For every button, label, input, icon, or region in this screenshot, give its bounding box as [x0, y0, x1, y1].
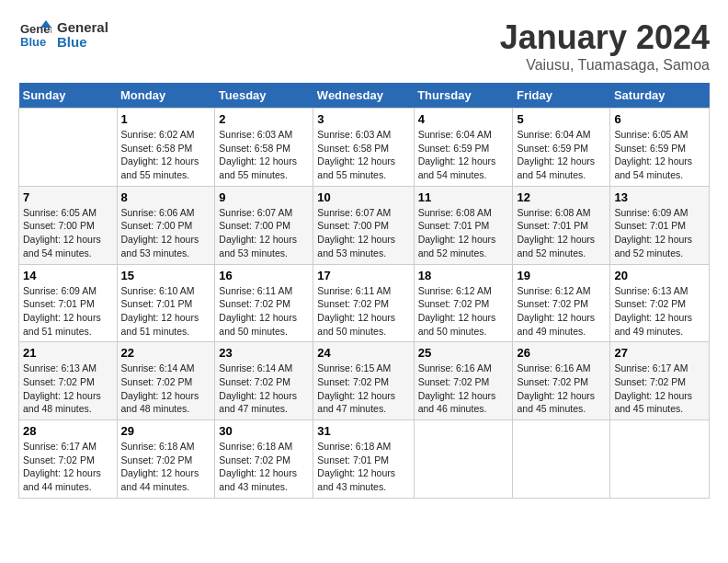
day-number: 28: [23, 424, 113, 438]
day-number: 10: [317, 190, 409, 204]
day-info: Sunrise: 6:09 AMSunset: 7:01 PMDaylight:…: [23, 285, 101, 337]
calendar-cell: 19Sunrise: 6:12 AMSunset: 7:02 PMDayligh…: [513, 264, 610, 342]
day-info: Sunrise: 6:18 AMSunset: 7:02 PMDaylight:…: [121, 441, 199, 492]
calendar-week-2: 7Sunrise: 6:05 AMSunset: 7:00 PMDaylight…: [19, 186, 710, 264]
calendar-cell: 1Sunrise: 6:02 AMSunset: 6:58 PMDaylight…: [117, 109, 215, 187]
calendar-cell: 6Sunrise: 6:05 AMSunset: 6:59 PMDaylight…: [610, 109, 710, 187]
day-number: 8: [121, 190, 211, 204]
calendar-cell: 2Sunrise: 6:03 AMSunset: 6:58 PMDaylight…: [215, 109, 313, 187]
day-number: 22: [121, 346, 211, 360]
day-info: Sunrise: 6:18 AMSunset: 7:02 PMDaylight:…: [219, 441, 297, 492]
calendar-cell: 13Sunrise: 6:09 AMSunset: 7:01 PMDayligh…: [610, 186, 710, 264]
calendar-cell: [19, 109, 118, 187]
day-number: 5: [517, 112, 606, 126]
calendar-week-1: 1Sunrise: 6:02 AMSunset: 6:58 PMDaylight…: [19, 109, 710, 187]
calendar-cell: 17Sunrise: 6:11 AMSunset: 7:02 PMDayligh…: [313, 264, 414, 342]
calendar-cell: 5Sunrise: 6:04 AMSunset: 6:59 PMDaylight…: [513, 109, 610, 187]
day-info: Sunrise: 6:13 AMSunset: 7:02 PMDaylight:…: [23, 362, 101, 414]
calendar-week-5: 28Sunrise: 6:17 AMSunset: 7:02 PMDayligh…: [19, 420, 710, 499]
day-info: Sunrise: 6:04 AMSunset: 6:59 PMDaylight:…: [418, 129, 496, 180]
dow-header-wednesday: Wednesday: [313, 83, 414, 109]
day-info: Sunrise: 6:05 AMSunset: 6:59 PMDaylight:…: [614, 129, 692, 180]
day-number: 21: [23, 346, 113, 360]
calendar-cell: 23Sunrise: 6:14 AMSunset: 7:02 PMDayligh…: [215, 342, 313, 420]
title-area: January 2024 Vaiusu, Tuamasaga, Samoa: [500, 18, 710, 74]
day-number: 23: [219, 346, 309, 360]
day-info: Sunrise: 6:11 AMSunset: 7:02 PMDaylight:…: [219, 285, 297, 337]
calendar-cell: [610, 420, 710, 499]
calendar-cell: 7Sunrise: 6:05 AMSunset: 7:00 PMDaylight…: [19, 186, 118, 264]
day-info: Sunrise: 6:06 AMSunset: 7:00 PMDaylight:…: [121, 207, 199, 259]
calendar-cell: 18Sunrise: 6:12 AMSunset: 7:02 PMDayligh…: [414, 264, 513, 342]
calendar-cell: 8Sunrise: 6:06 AMSunset: 7:00 PMDaylight…: [117, 186, 215, 264]
dow-header-monday: Monday: [117, 83, 215, 109]
days-of-week-row: SundayMondayTuesdayWednesdayThursdayFrid…: [19, 83, 710, 109]
calendar-cell: 26Sunrise: 6:16 AMSunset: 7:02 PMDayligh…: [513, 342, 610, 420]
day-number: 15: [121, 269, 211, 282]
day-info: Sunrise: 6:18 AMSunset: 7:01 PMDaylight:…: [317, 441, 395, 492]
day-info: Sunrise: 6:16 AMSunset: 7:02 PMDaylight:…: [517, 362, 595, 414]
day-number: 9: [219, 190, 309, 204]
day-number: 11: [418, 190, 509, 204]
calendar-cell: 20Sunrise: 6:13 AMSunset: 7:02 PMDayligh…: [610, 264, 710, 342]
day-info: Sunrise: 6:09 AMSunset: 7:01 PMDaylight:…: [614, 207, 692, 259]
page-title: January 2024: [500, 18, 710, 57]
calendar-cell: 4Sunrise: 6:04 AMSunset: 6:59 PMDaylight…: [414, 109, 513, 187]
day-number: 13: [614, 190, 705, 204]
day-number: 24: [317, 346, 409, 360]
header: General Blue General Blue January 2024 V…: [18, 18, 710, 74]
day-info: Sunrise: 6:08 AMSunset: 7:01 PMDaylight:…: [517, 207, 595, 259]
day-info: Sunrise: 6:11 AMSunset: 7:02 PMDaylight:…: [317, 285, 395, 337]
calendar-cell: 16Sunrise: 6:11 AMSunset: 7:02 PMDayligh…: [215, 264, 313, 342]
calendar-cell: [513, 420, 610, 499]
day-number: 14: [23, 269, 113, 282]
day-number: 31: [317, 424, 409, 438]
day-info: Sunrise: 6:10 AMSunset: 7:01 PMDaylight:…: [121, 285, 199, 337]
day-info: Sunrise: 6:14 AMSunset: 7:02 PMDaylight:…: [219, 362, 297, 414]
day-number: 1: [121, 112, 211, 126]
calendar-cell: 27Sunrise: 6:17 AMSunset: 7:02 PMDayligh…: [610, 342, 710, 420]
day-number: 12: [517, 190, 606, 204]
calendar-cell: 25Sunrise: 6:16 AMSunset: 7:02 PMDayligh…: [414, 342, 513, 420]
day-number: 19: [517, 269, 606, 282]
calendar-cell: 15Sunrise: 6:10 AMSunset: 7:01 PMDayligh…: [117, 264, 215, 342]
calendar-cell: 22Sunrise: 6:14 AMSunset: 7:02 PMDayligh…: [117, 342, 215, 420]
logo-icon: General Blue: [18, 18, 51, 52]
day-number: 25: [418, 346, 509, 360]
calendar-cell: 3Sunrise: 6:03 AMSunset: 6:58 PMDaylight…: [313, 109, 414, 187]
calendar-cell: 21Sunrise: 6:13 AMSunset: 7:02 PMDayligh…: [19, 342, 118, 420]
day-info: Sunrise: 6:03 AMSunset: 6:58 PMDaylight:…: [317, 129, 395, 180]
calendar-cell: [414, 420, 513, 499]
calendar-cell: 30Sunrise: 6:18 AMSunset: 7:02 PMDayligh…: [215, 420, 313, 499]
day-info: Sunrise: 6:12 AMSunset: 7:02 PMDaylight:…: [418, 285, 496, 337]
calendar-cell: 24Sunrise: 6:15 AMSunset: 7:02 PMDayligh…: [313, 342, 414, 420]
dow-header-friday: Friday: [513, 83, 610, 109]
calendar-week-3: 14Sunrise: 6:09 AMSunset: 7:01 PMDayligh…: [19, 264, 710, 342]
day-info: Sunrise: 6:15 AMSunset: 7:02 PMDaylight:…: [317, 362, 395, 414]
day-number: 30: [219, 424, 309, 438]
day-info: Sunrise: 6:12 AMSunset: 7:02 PMDaylight:…: [517, 285, 595, 337]
calendar-cell: 29Sunrise: 6:18 AMSunset: 7:02 PMDayligh…: [117, 420, 215, 499]
calendar-cell: 31Sunrise: 6:18 AMSunset: 7:01 PMDayligh…: [313, 420, 414, 499]
calendar-cell: 11Sunrise: 6:08 AMSunset: 7:01 PMDayligh…: [414, 186, 513, 264]
logo-general-text: General: [57, 20, 108, 36]
day-number: 2: [219, 112, 309, 126]
day-number: 29: [121, 424, 211, 438]
dow-header-saturday: Saturday: [610, 83, 710, 109]
calendar-cell: 10Sunrise: 6:07 AMSunset: 7:00 PMDayligh…: [313, 186, 414, 264]
day-info: Sunrise: 6:14 AMSunset: 7:02 PMDaylight:…: [121, 362, 199, 414]
day-info: Sunrise: 6:05 AMSunset: 7:00 PMDaylight:…: [23, 207, 101, 259]
day-info: Sunrise: 6:07 AMSunset: 7:00 PMDaylight:…: [219, 207, 297, 259]
day-info: Sunrise: 6:02 AMSunset: 6:58 PMDaylight:…: [121, 129, 199, 180]
calendar-table: SundayMondayTuesdayWednesdayThursdayFrid…: [18, 83, 710, 499]
day-info: Sunrise: 6:13 AMSunset: 7:02 PMDaylight:…: [614, 285, 692, 337]
calendar-week-4: 21Sunrise: 6:13 AMSunset: 7:02 PMDayligh…: [19, 342, 710, 420]
dow-header-tuesday: Tuesday: [215, 83, 313, 109]
svg-text:Blue: Blue: [20, 35, 46, 49]
day-number: 6: [614, 112, 705, 126]
dow-header-thursday: Thursday: [414, 83, 513, 109]
day-info: Sunrise: 6:17 AMSunset: 7:02 PMDaylight:…: [23, 441, 101, 492]
day-number: 26: [517, 346, 606, 360]
day-info: Sunrise: 6:07 AMSunset: 7:00 PMDaylight:…: [317, 207, 395, 259]
day-number: 20: [614, 269, 705, 282]
